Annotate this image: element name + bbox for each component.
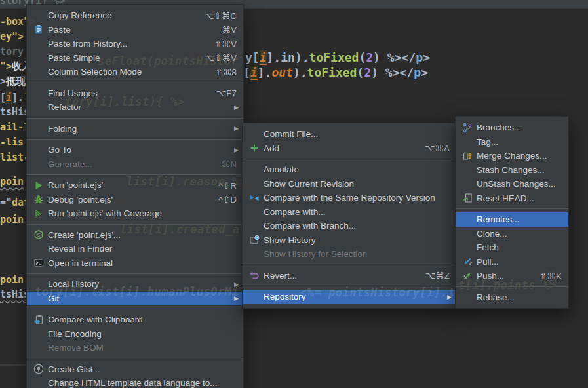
menu-item-merge-changes[interactable]: Merge Changes... [456, 149, 568, 163]
icon-slot [32, 159, 45, 169]
menu-item-clone[interactable]: Clone... [456, 227, 568, 241]
git-submenu: <%= pointsHistory[i].t Commit File... Ad… [242, 123, 457, 309]
menu-item-create-point-ejs[interactable]: Create 'point.ejs'... [27, 228, 243, 242]
menu-item-find-usages[interactable]: Find Usages⌥F7 [27, 87, 243, 101]
menu-item-fetch[interactable]: Fetch [456, 241, 568, 255]
menu-item-unstash-changes[interactable]: UnStash Changes... [456, 177, 568, 191]
menu-item-reveal-in-finder[interactable]: Reveal in Finder [27, 242, 243, 256]
editor-divider [0, 364, 26, 366]
code-token: p [414, 66, 421, 79]
menu-item-paste[interactable]: Paste⌘V [27, 23, 243, 37]
menu-item-column-selection-mode[interactable]: Column Selection Mode⇧⌘8 [27, 65, 243, 79]
menu-item-label: Change HTML template data language to... [48, 378, 217, 388]
menu-item-label: Folding [48, 124, 77, 134]
terminal-icon [32, 258, 45, 268]
icon-slot [248, 129, 261, 140]
menu-item-annotate[interactable]: Annotate [243, 163, 456, 177]
menu-item-tag[interactable]: Tag... [456, 135, 568, 149]
code-token: out [271, 66, 293, 79]
menu-item-branches[interactable]: Branches... [456, 121, 568, 135]
icon-slot [32, 67, 45, 77]
code-token: i [250, 66, 258, 80]
ghost-code-text: <%= pointsHistory[i].t [300, 286, 455, 299]
menu-item-compare-with-clipboard[interactable]: Compare with Clipboard [27, 313, 243, 327]
code-token: toFixed [309, 50, 359, 64]
menu-item-label: Fetch [477, 242, 499, 252]
menu-item-paste-from-history[interactable]: Paste from History...⇧⌘V [27, 37, 243, 51]
code-token: ].in). [267, 50, 309, 64]
code-token: p [416, 50, 423, 64]
github-icon [32, 364, 45, 374]
menu-item-shortcut: ⌘V [207, 24, 237, 35]
ghost-code-text: tory[i].list[i].humanPlusOrMi [35, 285, 239, 298]
icon-slot [32, 88, 45, 98]
code-line: ="dat [0, 197, 29, 208]
menu-item-push[interactable]: Push...⇧⌘K [456, 269, 568, 283]
icon-slot [461, 214, 474, 225]
icon-slot [248, 292, 261, 302]
code-token: ) [371, 66, 385, 79]
menu-separator [456, 208, 568, 209]
menu-item-compare-with-branch[interactable]: Compare with Branch... [243, 219, 456, 233]
menu-item-label: Show History for Selection [264, 249, 367, 259]
menu-item-pull[interactable]: Pull... [456, 255, 568, 269]
code-line: ail-l [0, 121, 29, 133]
code-line: tsHis [0, 106, 29, 118]
pull-icon [461, 256, 474, 267]
menu-item-rebase[interactable]: Rebase... [456, 290, 568, 305]
menu-item-label: Generate... [48, 159, 92, 169]
code-token: > [0, 75, 6, 87]
menu-item-run-point-ejs[interactable]: Run 'point.ejs'^⇧R [27, 178, 243, 193]
menu-item-commit-file[interactable]: Commit File... [243, 127, 456, 142]
menu-item-label: Run 'point.ejs' [48, 180, 103, 190]
code-line: poin [0, 214, 24, 225]
code-line: -lis [0, 136, 24, 148]
menu-item-show-history[interactable]: Show History [243, 233, 456, 248]
menu-item-label: Remove BOM [48, 343, 104, 353]
menu-item-show-current-revision[interactable]: Show Current Revision [243, 177, 456, 191]
code-token: ) [373, 50, 387, 64]
menu-item-refactor[interactable]: Refactor▶ [27, 100, 243, 115]
debug-icon [32, 194, 45, 204]
menu-item-change-html-template-data-language[interactable]: Change HTML template data language to... [27, 376, 243, 388]
code-line: [i].l [0, 92, 29, 104]
revert-icon [248, 270, 261, 281]
icon-slot [248, 249, 261, 260]
menu-item-label: Repository [264, 292, 306, 301]
menu-item-stash-changes[interactable]: Stash Changes... [456, 163, 568, 178]
menu-item-label: File Encoding [48, 329, 102, 339]
ide-window: story[i] %> -box"> ey"> tory ">收入 >抵现 [i… [0, 0, 588, 388]
code-token: > [423, 50, 430, 64]
code-token: 2 [366, 50, 373, 64]
code-token: %></ [385, 66, 414, 79]
menu-item-go-to[interactable]: Go To▶ [27, 143, 243, 157]
menu-item-label: Create Gist... [48, 364, 100, 374]
menu-item-reset-head[interactable]: Reset HEAD... [456, 191, 568, 206]
menu-separator [27, 139, 243, 140]
menu-separator [27, 118, 243, 119]
menu-item-folding[interactable]: Folding▶ [27, 122, 243, 136]
menu-item-generate: Generate...⌘N [27, 157, 243, 172]
menu-item-create-gist[interactable]: Create Gist... [27, 362, 243, 377]
menu-item-compare-with[interactable]: Compare with... [243, 205, 456, 220]
code-line: y[i].in).toFixed(2) %></p> [245, 50, 430, 64]
menu-item-copy-reference[interactable]: Copy Reference⌥⇧⌘C [27, 9, 243, 23]
menu-item-label: Compare with... [264, 207, 326, 217]
menu-item-add[interactable]: Add⌥⌘A [243, 142, 456, 156]
menu-item-remotes[interactable]: Remotes... [456, 212, 568, 227]
menu-item-debug-point-ejs[interactable]: Debug 'point.ejs'^⇧D [27, 193, 243, 207]
menu-item-open-in-terminal[interactable]: Open in terminal [27, 256, 243, 271]
icon-slot [32, 145, 45, 155]
icon-slot [248, 165, 261, 175]
icon-slot [32, 328, 45, 339]
menu-item-run-point-ejs-with-coverage[interactable]: Run 'point.ejs' with Coverage [27, 206, 243, 221]
menu-item-file-encoding[interactable]: File Encoding [27, 327, 243, 341]
code-line: list- [0, 151, 29, 163]
icon-slot [32, 102, 45, 113]
menu-item-label: Copy Reference [48, 10, 112, 20]
menu-item-revert[interactable]: Revert...⌥⌘Z [243, 269, 456, 283]
icon-slot [461, 292, 474, 302]
menu-item-label: Show History [264, 235, 316, 245]
menu-item-paste-simple[interactable]: Paste Simple⌥⇧⌘V [27, 51, 243, 66]
menu-item-compare-with-same-repository-version[interactable]: Compare with the Same Repository Version [243, 191, 456, 205]
